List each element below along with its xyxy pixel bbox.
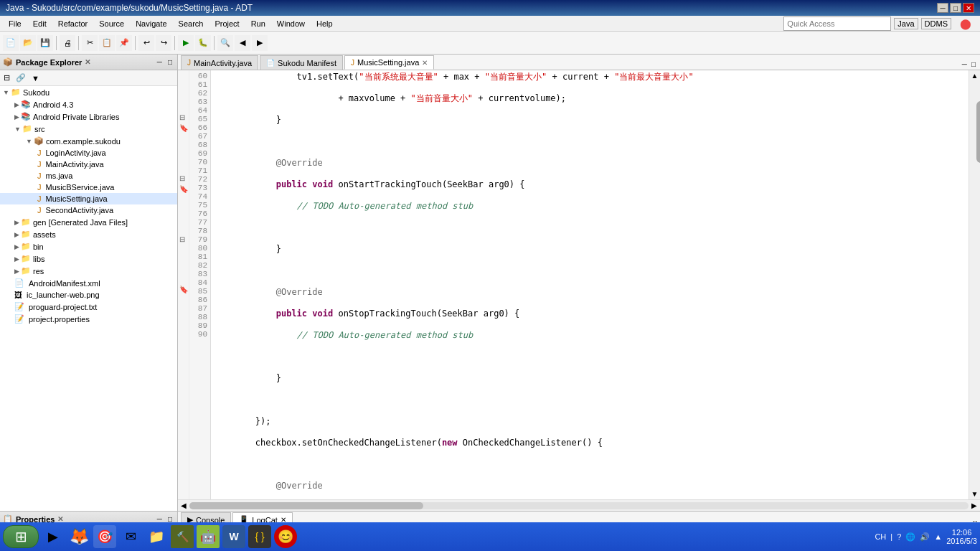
code-line-78 bbox=[214, 459, 966, 470]
scroll-thumb-v[interactable] bbox=[976, 101, 981, 162]
toolbar-new[interactable]: 📄 bbox=[3, 35, 19, 51]
window-controls[interactable]: ─ □ ✕ bbox=[937, 3, 974, 13]
tree-res[interactable]: ▶ 📁 res bbox=[0, 265, 177, 277]
pe-collapse[interactable]: ⊟ bbox=[1, 72, 12, 83]
scroll-left-arrow[interactable]: ◀ bbox=[178, 501, 189, 509]
horizontal-scrollbar[interactable]: ◀ ▶ bbox=[178, 499, 980, 511]
gutter-collapse-2[interactable]: ⊟ bbox=[179, 174, 185, 182]
toolbar-icon-ddms[interactable]: DDMS bbox=[921, 18, 951, 29]
tree-proguard[interactable]: 📝 proguard-project.txt bbox=[0, 301, 177, 313]
scroll-up-arrow[interactable]: ▲ bbox=[970, 70, 980, 81]
taskbar-icon-firefox[interactable]: 🦊 bbox=[67, 525, 90, 548]
tab-manifest[interactable]: 📄 Sukodu Manifest bbox=[260, 55, 343, 70]
tray-up-arrow[interactable]: ▲ bbox=[934, 532, 942, 541]
tree-musicbservice[interactable]: J MusicBService.java bbox=[0, 182, 177, 193]
menu-navigate[interactable]: Navigate bbox=[130, 18, 172, 29]
panel-minimize[interactable]: ─ bbox=[155, 57, 164, 67]
toolbar-run[interactable]: ▶ bbox=[178, 35, 194, 51]
vertical-scrollbar[interactable]: ▲ ▼ bbox=[969, 70, 980, 499]
package-explorer-close[interactable]: ✕ bbox=[85, 58, 90, 66]
icon-src: 📁 bbox=[22, 124, 32, 133]
scroll-thumb-h[interactable] bbox=[189, 502, 423, 509]
toolbar-save[interactable]: 💾 bbox=[37, 35, 53, 51]
icon-launcher: 🖼 bbox=[14, 291, 22, 299]
tree-libs[interactable]: ▶ 📁 libs bbox=[0, 253, 177, 265]
toolbar-next[interactable]: ▶ bbox=[252, 35, 268, 51]
tree-assets[interactable]: ▶ 📁 assets bbox=[0, 228, 177, 240]
tab-minimize[interactable]: ─ bbox=[961, 59, 969, 70]
code-line-73 bbox=[214, 352, 966, 362]
menu-edit[interactable]: Edit bbox=[27, 18, 52, 29]
gutter-arrow-3[interactable]: 🔖 bbox=[179, 286, 188, 293]
taskbar-icon-face[interactable]: 😊 bbox=[274, 525, 297, 548]
toolbar-copy[interactable]: 📋 bbox=[99, 35, 115, 51]
menu-search[interactable]: Search bbox=[173, 18, 209, 29]
scroll-down-arrow[interactable]: ▼ bbox=[970, 489, 980, 499]
tree-package[interactable]: ▼ 📦 com.example.sukodu bbox=[0, 135, 177, 147]
tree-loginactivity[interactable]: J LoginActivity.java bbox=[0, 147, 177, 159]
tab-musicsetting[interactable]: J MusicSetting.java ✕ bbox=[344, 55, 434, 70]
toolbar-cut[interactable]: ✂ bbox=[82, 35, 98, 51]
tree-sukodu[interactable]: ▼ 📁 Sukodu bbox=[0, 86, 177, 98]
start-button[interactable]: ⊞ bbox=[3, 525, 39, 548]
taskbar-icon-media[interactable]: ▶ bbox=[42, 525, 65, 548]
menu-window[interactable]: Window bbox=[271, 18, 311, 29]
taskbar-icon-folder[interactable]: 📁 bbox=[145, 525, 168, 548]
tree-src[interactable]: ▼ 📁 src bbox=[0, 123, 177, 135]
minimize-button[interactable]: ─ bbox=[937, 3, 948, 13]
taskbar-icon-android[interactable]: 🤖 bbox=[197, 525, 220, 548]
tree-bin[interactable]: ▶ 📁 bin bbox=[0, 240, 177, 253]
gutter-collapse-1[interactable]: ⊟ bbox=[179, 113, 185, 121]
gutter-arrow-2[interactable]: 🔖 bbox=[179, 185, 188, 193]
menu-project[interactable]: Project bbox=[209, 18, 245, 29]
quick-access-input[interactable] bbox=[783, 17, 891, 31]
tree-manifest[interactable]: 📄 AndroidManifest.xml bbox=[0, 277, 177, 289]
code-line-65: public void onStartTrackingTouch(SeekBar… bbox=[214, 179, 966, 190]
toolbar-paste[interactable]: 📌 bbox=[116, 35, 132, 51]
tree-private-libs[interactable]: ▶ 📚 Android Private Libraries bbox=[0, 110, 177, 123]
panel-maximize[interactable]: □ bbox=[166, 57, 174, 67]
tree-properties[interactable]: 📝 project.properties bbox=[0, 313, 177, 325]
tree-android43[interactable]: ▶ 📚 Android 4.3 bbox=[0, 98, 177, 110]
toolbar-undo[interactable]: ↩ bbox=[138, 35, 154, 51]
tab-close-setting[interactable]: ✕ bbox=[422, 59, 428, 67]
code-editor[interactable]: tv1.setText("当前系统最大音量" + max + "当前音量大小" … bbox=[211, 70, 969, 499]
toolbar-print[interactable]: 🖨 bbox=[60, 35, 75, 51]
tray-network[interactable]: 🌐 bbox=[905, 532, 915, 542]
code-line-70: @Override bbox=[214, 287, 966, 298]
tree-mainactivity[interactable]: J MainActivity.java bbox=[0, 159, 177, 170]
close-button[interactable]: ✕ bbox=[963, 3, 974, 13]
menu-refactor[interactable]: Refactor bbox=[52, 18, 94, 29]
scroll-track-h[interactable] bbox=[189, 502, 969, 509]
gutter-collapse-3[interactable]: ⊟ bbox=[179, 235, 185, 243]
taskbar-icon-word[interactable]: W bbox=[222, 525, 245, 548]
tree-gen[interactable]: ▶ 📁 gen [Generated Java Files] bbox=[0, 216, 177, 228]
maximize-button[interactable]: □ bbox=[950, 3, 961, 13]
tree-secondactivity[interactable]: J SecondActivity.java bbox=[0, 204, 177, 216]
gutter-arrow-1[interactable]: 🔖 bbox=[179, 124, 188, 132]
toolbar-prev[interactable]: ◀ bbox=[235, 35, 250, 51]
tree-musicsetting[interactable]: J MusicSetting.java bbox=[0, 193, 177, 204]
menu-source[interactable]: Source bbox=[93, 18, 130, 29]
toolbar-search[interactable]: 🔍 bbox=[217, 35, 233, 51]
tab-maximize[interactable]: □ bbox=[970, 59, 977, 70]
menu-file[interactable]: File bbox=[3, 18, 27, 29]
menu-help[interactable]: Help bbox=[311, 18, 339, 29]
tree-launcher[interactable]: 🖼 ic_launcher-web.png bbox=[0, 289, 177, 301]
toolbar-icon-java[interactable]: Java bbox=[894, 18, 918, 29]
menu-run[interactable]: Run bbox=[245, 18, 271, 29]
taskbar-icon-app1[interactable]: 🎯 bbox=[93, 525, 116, 548]
toolbar-open[interactable]: 📂 bbox=[20, 35, 36, 51]
taskbar-icon-build[interactable]: 🔨 bbox=[171, 525, 194, 548]
taskbar-icon-mail[interactable]: ✉ bbox=[119, 525, 142, 548]
scroll-right-arrow[interactable]: ▶ bbox=[969, 501, 980, 509]
toolbar-redo[interactable]: ↪ bbox=[156, 35, 171, 51]
tree-ms[interactable]: J ms.java bbox=[0, 170, 177, 182]
taskbar-icon-json[interactable]: { } bbox=[248, 525, 271, 548]
toolbar-debug[interactable]: 🐛 bbox=[195, 35, 211, 51]
pe-link[interactable]: 🔗 bbox=[14, 72, 28, 83]
tray-sound[interactable]: 🔊 bbox=[920, 532, 930, 542]
tab-mainactivity[interactable]: J MainActivity.java bbox=[181, 55, 258, 70]
pe-menu[interactable]: ▼ bbox=[29, 73, 42, 83]
tray-help[interactable]: ? bbox=[897, 532, 901, 541]
